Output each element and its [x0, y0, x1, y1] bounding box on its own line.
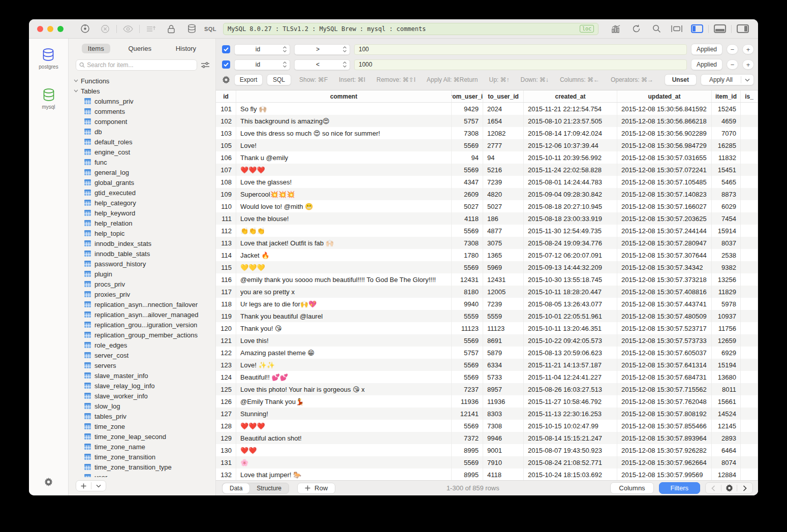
- cell-to_user_id[interactable]: 186: [483, 212, 524, 225]
- table-row[interactable]: 130❤️❤️899590012015-08-07 19:43:50.92320…: [216, 444, 758, 456]
- table-item-help_topic[interactable]: help_topic: [74, 228, 215, 238]
- table-item-slave_worker_info[interactable]: slave_worker_info: [74, 391, 215, 401]
- cell-created_at[interactable]: 2015-10-15 10:02:47.99: [524, 420, 617, 432]
- table-item-procs_priv[interactable]: procs_priv: [74, 279, 215, 289]
- cell-from_user_id[interactable]: 5559: [452, 310, 483, 322]
- cell-comment[interactable]: So fly 🙌🏼: [236, 103, 452, 115]
- cell-id[interactable]: 132: [216, 468, 236, 480]
- cell-created_at[interactable]: 2015-11-21 22:12:54.754: [524, 103, 617, 115]
- sql-preview-button[interactable]: SQL: [267, 74, 291, 85]
- table-item-replication_group_member_actions[interactable]: replication_group_member_actions: [74, 330, 215, 340]
- cell-from_user_id[interactable]: 11123: [452, 322, 483, 334]
- column-header-from_user_id[interactable]: from_user_id: [452, 90, 483, 102]
- table-row[interactable]: 122Amazing pastel theme 😁575758792015-08…: [216, 347, 758, 359]
- cell-item_id[interactable]: 7070: [712, 127, 741, 139]
- cell-is[interactable]: [741, 139, 758, 151]
- table-row[interactable]: 117you are so pretty x8180120052015-10-1…: [216, 286, 758, 298]
- cell-is[interactable]: [741, 334, 758, 347]
- cell-id[interactable]: 115: [216, 261, 236, 273]
- table-item-tables_priv[interactable]: tables_priv: [74, 411, 215, 421]
- cell-to_user_id[interactable]: 5969: [483, 261, 524, 273]
- table-item-columns_priv[interactable]: columns_priv: [74, 96, 215, 106]
- cell-comment[interactable]: Love! ✨✨: [236, 359, 452, 371]
- cell-created_at[interactable]: 2015-10-01 22:05:51.961: [524, 310, 617, 322]
- cell-updated_at[interactable]: 2015-12-08 15:30:57.443741: [617, 298, 712, 310]
- page-settings-gear-icon[interactable]: [721, 484, 737, 492]
- cell-created_at[interactable]: 2015-11-21 14:13:57.187: [524, 359, 617, 371]
- cell-updated_at[interactable]: 2015-12-08 15:30:57.105485: [617, 176, 712, 188]
- cell-comment[interactable]: ❤️❤️❤️: [236, 164, 452, 176]
- cell-id[interactable]: 124: [216, 371, 236, 383]
- table-item-replication_asyn...ailover_managed[interactable]: replication_asyn...ailover_managed: [74, 309, 215, 320]
- cell-to_user_id[interactable]: 2024: [483, 103, 524, 115]
- cell-to_user_id[interactable]: 4118: [483, 468, 524, 480]
- cell-updated_at[interactable]: 2015-12-08 15:30:57.373218: [617, 273, 712, 286]
- cell-id[interactable]: 109: [216, 188, 236, 200]
- cell-created_at[interactable]: 2015-08-24 19:09:34.776: [524, 237, 617, 249]
- cell-id[interactable]: 131: [216, 456, 236, 468]
- cell-item_id[interactable]: 6029: [712, 200, 741, 212]
- cell-is[interactable]: [741, 444, 758, 456]
- cell-comment[interactable]: Beautiful action shot!: [236, 432, 452, 444]
- structure-tab[interactable]: Structure: [249, 483, 289, 493]
- cell-updated_at[interactable]: 2015-12-08 15:30:57.684731: [617, 371, 712, 383]
- cell-comment[interactable]: Amazing pastel theme 😁: [236, 347, 452, 359]
- cell-created_at[interactable]: 2015-08-14 15:15:21.247: [524, 432, 617, 444]
- cell-updated_at[interactable]: 2015-12-08 15:30:57.480509: [617, 310, 712, 322]
- cell-id[interactable]: 129: [216, 432, 236, 444]
- cell-comment[interactable]: Ur legs are to die for🙌💖: [236, 298, 452, 310]
- cell-item_id[interactable]: 12659: [712, 334, 741, 347]
- add-filter-button[interactable]: +: [742, 44, 754, 54]
- cell-from_user_id[interactable]: 2609: [452, 188, 483, 200]
- table-item-innodb_index_stats[interactable]: innodb_index_stats: [74, 238, 215, 248]
- cell-to_user_id[interactable]: 9946: [483, 432, 524, 444]
- cell-updated_at[interactable]: 2015-12-08 15:30:57.893964: [617, 432, 712, 444]
- cell-created_at[interactable]: 2015-07-12 06:20:07.091: [524, 249, 617, 261]
- table-row[interactable]: 120Thank you! 😘11123111232015-10-11 13:2…: [216, 322, 758, 334]
- column-header-id[interactable]: id: [216, 90, 236, 102]
- cell-from_user_id[interactable]: 7372: [452, 432, 483, 444]
- table-item-replication_asyn...nnection_failover[interactable]: replication_asyn...nnection_failover: [74, 299, 215, 309]
- table-item-gtid_executed[interactable]: gtid_executed: [74, 187, 215, 198]
- cell-from_user_id[interactable]: 5027: [452, 200, 483, 212]
- tree-group-tables[interactable]: Tables: [74, 86, 215, 96]
- cell-item_id[interactable]: 6464: [712, 444, 741, 456]
- connection-mysql[interactable]: mysql: [42, 88, 55, 110]
- cell-updated_at[interactable]: 2015-12-08 15:30:57.523717: [617, 322, 712, 334]
- cell-updated_at[interactable]: 2015-12-08 15:30:57.641314: [617, 359, 712, 371]
- cell-item_id[interactable]: 12884: [712, 468, 741, 480]
- sidebar-tab-queries[interactable]: Queries: [122, 44, 158, 53]
- cell-updated_at[interactable]: 2015-12-08 15:30:57.072241: [617, 164, 712, 176]
- cell-item_id[interactable]: 9382: [712, 261, 741, 273]
- cell-created_at[interactable]: 2015-09-04 09:28:30.842: [524, 188, 617, 200]
- cell-from_user_id[interactable]: 8180: [452, 286, 483, 298]
- cell-from_user_id[interactable]: 5569: [452, 456, 483, 468]
- cell-from_user_id[interactable]: 9429: [452, 103, 483, 115]
- filter-column-select[interactable]: id: [234, 59, 290, 70]
- table-row[interactable]: 107❤️❤️❤️556952162015-11-24 22:02:58.828…: [216, 164, 758, 176]
- filter-settings-gear-icon[interactable]: [222, 76, 230, 84]
- cell-id[interactable]: 119: [216, 310, 236, 322]
- cell-updated_at[interactable]: 2015-12-08 15:30:57.926282: [617, 444, 712, 456]
- cell-from_user_id[interactable]: 9940: [452, 298, 483, 310]
- table-row[interactable]: 129Beautiful action shot!737299462015-08…: [216, 432, 758, 444]
- table-row[interactable]: 108Love the glasses!434772392015-08-01 1…: [216, 176, 758, 188]
- cell-updated_at[interactable]: 2015-12-08 15:30:57.203625: [617, 212, 712, 225]
- filter-value-input[interactable]: 1000: [354, 59, 687, 70]
- column-header-item_id[interactable]: item_id: [712, 90, 741, 102]
- chevron-down-icon[interactable]: [74, 89, 78, 92]
- cell-item_id[interactable]: 15194: [712, 359, 741, 371]
- cell-comment[interactable]: Stunning!: [236, 408, 452, 420]
- cell-updated_at[interactable]: 2015-12-08 15:30:57.031655: [617, 151, 712, 164]
- cell-to_user_id[interactable]: 8303: [483, 408, 524, 420]
- cell-from_user_id[interactable]: 94: [452, 151, 483, 164]
- cell-from_user_id[interactable]: 12431: [452, 273, 483, 286]
- connection-postgres[interactable]: postgres: [39, 48, 58, 70]
- cell-item_id[interactable]: 15914: [712, 225, 741, 237]
- cell-is[interactable]: [741, 176, 758, 188]
- cell-comment[interactable]: Love that jumper! 🐎: [236, 468, 452, 480]
- cell-is[interactable]: [741, 103, 758, 115]
- cell-to_user_id[interactable]: 9001: [483, 444, 524, 456]
- table-row[interactable]: 118Ur legs are to die for🙌💖994072392015-…: [216, 298, 758, 310]
- cell-id[interactable]: 108: [216, 176, 236, 188]
